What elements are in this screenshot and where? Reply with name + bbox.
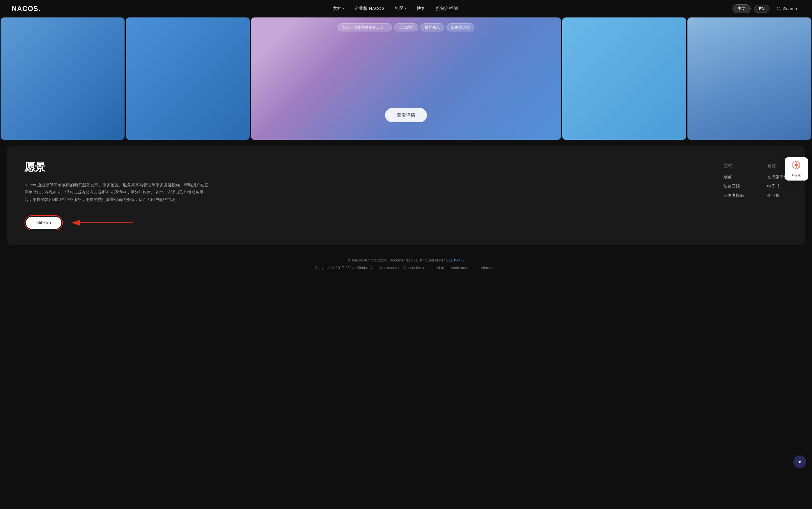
red-arrow-container (69, 217, 133, 229)
docs-col-title: 文档 (724, 163, 744, 169)
lang-en-button[interactable]: EN (754, 5, 770, 13)
ai-expert-button[interactable]: AI专家 (785, 157, 808, 180)
tag-4: 应用防火墙 (447, 23, 474, 31)
footer-copyright-line1: © Nacos Authors 2024 | Documentation Dis… (6, 257, 806, 264)
footer-description: Nacos 通过提供简单易用的动态服务发现、服务配置、服务共享与管理等服务基础设… (25, 181, 211, 204)
nav-blog[interactable]: 博客 (413, 4, 430, 13)
footer-links: 文档 概览 快速开始 开发者指南 资源 发行版下载 电子书 企业版 (724, 160, 787, 230)
ai-icon (791, 161, 801, 172)
tag-1: 安全、流量和微服务三合一 (338, 23, 392, 31)
footer-left: 愿景 Nacos 通过提供简单易用的动态服务发现、服务配置、服务共享与管理等服务… (25, 160, 211, 230)
lang-zh-button[interactable]: 中文 (733, 4, 750, 13)
svg-line-1 (780, 10, 781, 10)
footer-docs-col: 文档 概览 快速开始 开发者指南 (724, 163, 744, 230)
tag-2: 安全防护 (394, 23, 418, 31)
hero-card3-tags: 安全、流量和微服务三合一 安全防护 抽样生态 应用防火墙 (338, 23, 474, 31)
github-button[interactable]: GitHub (26, 217, 62, 229)
nav-enterprise[interactable]: 企业版 NACOS (350, 4, 389, 13)
svg-point-5 (795, 164, 798, 166)
ai-expert-label: AI专家 (791, 173, 801, 177)
chevron-down-icon: ▾ (342, 7, 344, 10)
footer-section: 愿景 Nacos 通过提供简单易用的动态服务发现、服务配置、服务共享与管理等服务… (7, 145, 805, 245)
svg-line-11 (798, 164, 799, 165)
docs-link-quickstart[interactable]: 快速开始 (724, 184, 744, 189)
navbar: NACOS. 文档 ▾ 企业版 NACOS 社区 ▾ 博客 控制台样例 中文 E… (0, 0, 812, 18)
bottom-footer: © Nacos Authors 2024 | Documentation Dis… (0, 245, 812, 280)
resources-link-enterprise[interactable]: 企业版 (767, 193, 787, 198)
svg-point-0 (777, 7, 780, 10)
search-button[interactable]: Search (773, 5, 800, 12)
navbar-right: 中文 EN Search (733, 4, 800, 13)
svg-line-10 (793, 166, 795, 167)
docs-link-developer[interactable]: 开发者指南 (724, 193, 744, 198)
search-icon (776, 6, 781, 11)
hero-card-5 (688, 18, 811, 140)
resources-link-ebook[interactable]: 电子书 (767, 184, 787, 189)
view-details-button[interactable]: 查看详情 (385, 108, 427, 122)
hero-card-2 (126, 18, 250, 140)
svg-line-9 (798, 166, 799, 167)
footer-section-wrapper: 愿景 Nacos 通过提供简单易用的动态服务发现、服务配置、服务共享与管理等服务… (0, 140, 812, 245)
logo[interactable]: NACOS. (12, 5, 40, 13)
svg-line-8 (793, 164, 795, 165)
license-link[interactable]: CC-BY-4.0 (446, 258, 464, 262)
tag-3: 抽样生态 (420, 23, 444, 31)
docs-link-overview[interactable]: 概览 (724, 174, 744, 180)
chevron-down-icon: ▾ (405, 7, 406, 10)
hero-carousel: 安全、流量和微服务三合一 安全防护 抽样生态 应用防火墙 查看详情 (0, 18, 812, 140)
hero-card-4 (562, 18, 686, 140)
footer-title: 愿景 (25, 160, 211, 174)
nav-community[interactable]: 社区 ▾ (391, 4, 410, 13)
red-arrow-icon (69, 217, 133, 229)
github-button-wrapper: GitHub (25, 215, 63, 230)
footer-copyright-line2: Copyright © 2017-2024, Alibaba. All righ… (6, 264, 806, 272)
nav-console[interactable]: 控制台样例 (432, 4, 462, 13)
nav-docs[interactable]: 文档 ▾ (329, 4, 348, 13)
hero-card-1 (1, 18, 124, 140)
nav-menu: 文档 ▾ 企业版 NACOS 社区 ▾ 博客 控制台样例 (58, 4, 733, 13)
hero-card-3: 安全、流量和微服务三合一 安全防护 抽样生态 应用防火墙 查看详情 (251, 18, 561, 140)
